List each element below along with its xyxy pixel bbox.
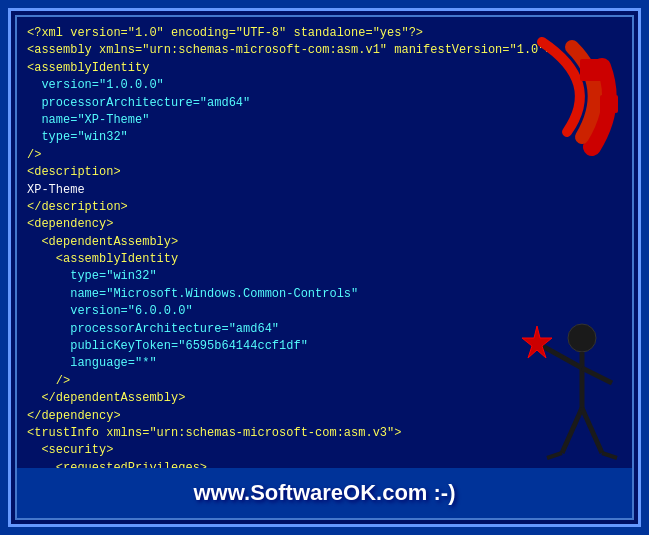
code-line: <requestedPrivileges> [27,460,622,468]
code-line: name="Microsoft.Windows.Common-Controls" [27,286,622,303]
code-line: /> [27,147,622,164]
code-line: <?xml version="1.0" encoding="UTF-8" sta… [27,25,622,42]
code-line: type="win32" [27,129,622,146]
code-line: name="XP-Theme" [27,112,622,129]
footer-bar: www.SoftwareOK.com :-) [17,468,632,518]
code-line: language="*" [27,355,622,372]
code-line: type="win32" [27,268,622,285]
code-area: <?xml version="1.0" encoding="UTF-8" sta… [17,17,632,468]
footer-text: www.SoftwareOK.com :-) [194,480,456,506]
code-line: <security> [27,442,622,459]
code-line: /> [27,373,622,390]
code-line: <description> [27,164,622,181]
code-line: XP-Theme [27,182,622,199]
outer-border: <?xml version="1.0" encoding="UTF-8" sta… [8,8,641,527]
code-line: processorArchitecture="amd64" [27,95,622,112]
inner-border: <?xml version="1.0" encoding="UTF-8" sta… [15,15,634,520]
code-line: version="1.0.0.0" [27,77,622,94]
code-line: </dependency> [27,408,622,425]
code-line: <dependentAssembly> [27,234,622,251]
code-line: <trustInfo xmlns="urn:schemas-microsoft-… [27,425,622,442]
code-line: <assemblyIdentity [27,60,622,77]
code-line: </dependentAssembly> [27,390,622,407]
code-line: version="6.0.0.0" [27,303,622,320]
code-line: <assembly xmlns="urn:schemas-microsoft-c… [27,42,622,59]
code-line: processorArchitecture="amd64" [27,321,622,338]
code-line: </description> [27,199,622,216]
code-line: <dependency> [27,216,622,233]
code-line: publicKeyToken="6595b64144ccf1df" [27,338,622,355]
code-line: <assemblyIdentity [27,251,622,268]
